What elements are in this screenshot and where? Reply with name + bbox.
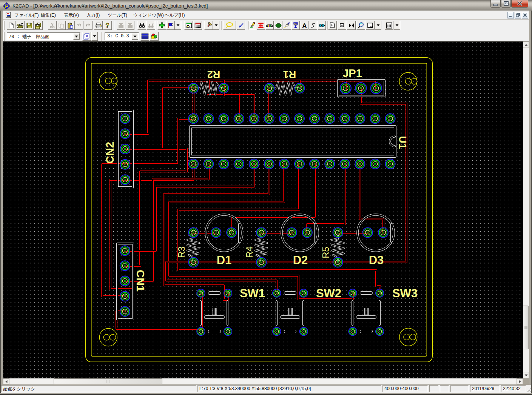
svg-text:R3: R3: [176, 246, 187, 258]
svg-text:2: 2: [303, 289, 305, 292]
svg-text:2: 2: [360, 84, 362, 87]
svg-text:3: 3: [124, 277, 126, 280]
svg-text:6: 6: [268, 160, 270, 163]
svg-text:2: 2: [231, 228, 233, 232]
svg-text:28: 28: [192, 114, 195, 118]
svg-text:13: 13: [374, 160, 377, 163]
svg-text:12: 12: [358, 160, 362, 163]
svg-text:3: 3: [200, 327, 202, 330]
svg-text:5: 5: [124, 246, 126, 250]
svg-text:5: 5: [253, 160, 255, 163]
svg-text:4: 4: [125, 160, 126, 163]
svg-text:2: 2: [227, 289, 229, 292]
svg-text:R4: R4: [244, 246, 254, 258]
svg-text:SW2: SW2: [316, 287, 341, 300]
svg-text:5: 5: [125, 175, 126, 179]
svg-text:8: 8: [299, 160, 301, 163]
svg-text:1: 1: [124, 307, 126, 310]
svg-text:R1: R1: [283, 69, 296, 80]
svg-text:1: 1: [200, 289, 202, 292]
svg-text:4: 4: [238, 160, 240, 163]
svg-text:JP1: JP1: [342, 67, 362, 79]
svg-text:2: 2: [382, 228, 384, 232]
svg-text:1: 1: [125, 114, 126, 118]
svg-text:2: 2: [125, 129, 126, 133]
svg-text:24: 24: [253, 114, 256, 118]
svg-text:4: 4: [124, 261, 126, 265]
svg-text:2: 2: [193, 258, 195, 261]
svg-text:23: 23: [268, 114, 271, 118]
svg-text:0: 0: [86, 34, 88, 38]
svg-text:R5: R5: [321, 247, 331, 258]
svg-text:7: 7: [284, 160, 285, 163]
svg-text:D2: D2: [293, 254, 308, 267]
svg-text:4: 4: [379, 327, 381, 330]
svg-text:11: 11: [344, 160, 347, 163]
svg-text:2: 2: [307, 228, 308, 232]
svg-text:CN1: CN1: [134, 270, 146, 292]
svg-text:P: P: [5, 3, 8, 9]
svg-text:A: A: [302, 22, 307, 29]
svg-text:SW1: SW1: [240, 287, 265, 300]
svg-text:3: 3: [352, 327, 354, 330]
svg-text:4: 4: [227, 327, 229, 330]
svg-text:2: 2: [379, 289, 381, 292]
svg-text:CN2: CN2: [104, 142, 116, 164]
svg-text:1: 1: [269, 84, 271, 87]
svg-text:R2: R2: [207, 69, 221, 80]
svg-text:4: 4: [303, 327, 305, 330]
svg-text:2: 2: [223, 84, 225, 87]
svg-text:25: 25: [237, 114, 241, 118]
svg-text:16: 16: [374, 114, 377, 118]
svg-text:19: 19: [328, 114, 332, 118]
svg-text:1: 1: [367, 228, 369, 232]
svg-text:1: 1: [193, 228, 195, 232]
svg-text:1: 1: [216, 228, 217, 232]
svg-text:20: 20: [313, 114, 316, 118]
svg-text:3: 3: [276, 327, 278, 330]
svg-text:9: 9: [314, 160, 316, 163]
svg-text:1: 1: [261, 228, 263, 232]
svg-text:1: 1: [193, 160, 195, 163]
svg-text:SW3: SW3: [392, 287, 418, 300]
svg-text:2: 2: [124, 292, 126, 295]
svg-text:1: 1: [352, 289, 354, 292]
svg-text:14: 14: [389, 160, 392, 163]
svg-text:1: 1: [337, 228, 339, 232]
svg-text:1: 1: [345, 84, 347, 87]
svg-text:3: 3: [125, 144, 126, 148]
svg-text:22: 22: [283, 114, 286, 118]
svg-text:U1: U1: [397, 136, 408, 149]
svg-text:1: 1: [276, 289, 278, 292]
svg-text:2: 2: [208, 160, 210, 163]
svg-text:1: 1: [193, 84, 195, 87]
svg-text:?: ?: [106, 22, 109, 29]
svg-text:3: 3: [223, 160, 225, 163]
svg-text:26: 26: [222, 114, 226, 118]
svg-text:2: 2: [261, 258, 263, 261]
svg-text:2: 2: [299, 84, 301, 87]
svg-text:D1: D1: [217, 254, 232, 267]
svg-text:D3: D3: [369, 254, 384, 267]
svg-text:10: 10: [328, 160, 332, 163]
svg-text:2: 2: [337, 258, 339, 261]
svg-text:21: 21: [298, 114, 301, 118]
svg-text:15: 15: [389, 114, 392, 118]
svg-text:1: 1: [291, 228, 293, 232]
svg-text:27: 27: [207, 114, 210, 118]
svg-text:17: 17: [358, 114, 362, 118]
svg-text:18: 18: [343, 114, 347, 118]
svg-text:3: 3: [375, 84, 377, 87]
